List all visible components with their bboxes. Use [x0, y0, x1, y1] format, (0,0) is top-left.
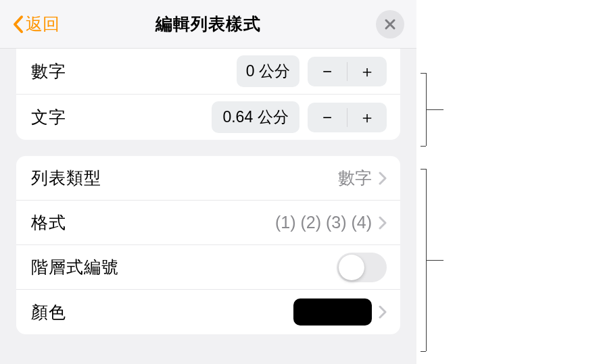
- panel-content: 數字 0 公分 − ＋ 文字 0.64 公分 − ＋ 列表類型: [0, 49, 416, 334]
- close-button[interactable]: [376, 10, 404, 38]
- text-indent-row: 文字 0.64 公分 − ＋: [16, 95, 400, 140]
- number-indent-stepper: − ＋: [308, 57, 387, 86]
- number-indent-label: 數字: [31, 60, 237, 82]
- toggle-knob: [339, 255, 364, 280]
- list-type-label: 列表類型: [31, 167, 338, 189]
- callout-leader: [426, 260, 444, 261]
- color-swatch: [293, 298, 372, 326]
- number-indent-value: 0 公分: [237, 55, 300, 87]
- panel-title: 編輯列表樣式: [155, 13, 261, 35]
- tiered-numbers-label: 階層式編號: [31, 256, 337, 278]
- list-type-value: 數字: [338, 167, 372, 189]
- text-indent-value: 0.64 公分: [212, 101, 300, 133]
- callout-tick: [421, 169, 426, 170]
- color-row[interactable]: 顏色: [16, 290, 400, 334]
- tiered-numbers-row: 階層式編號: [16, 245, 400, 290]
- text-indent-plus-button[interactable]: ＋: [348, 103, 387, 132]
- list-type-row[interactable]: 列表類型 數字: [16, 156, 400, 201]
- text-indent-stepper: − ＋: [308, 103, 387, 132]
- edit-list-style-panel: 返回 編輯列表樣式 數字 0 公分 − ＋ 文字 0.64 公分: [0, 0, 416, 364]
- chevron-right-icon: [379, 305, 387, 319]
- indent-group: 數字 0 公分 − ＋ 文字 0.64 公分 − ＋: [16, 49, 400, 140]
- chevron-right-icon: [379, 172, 387, 185]
- text-indent-label: 文字: [31, 106, 212, 128]
- format-label: 格式: [31, 211, 275, 234]
- number-indent-minus-button[interactable]: −: [308, 57, 347, 86]
- callout-leader: [426, 109, 444, 110]
- format-row[interactable]: 格式 (1) (2) (3) (4): [16, 201, 400, 245]
- number-indent-plus-button[interactable]: ＋: [348, 57, 387, 86]
- chevron-left-icon: [12, 15, 24, 34]
- chevron-right-icon: [379, 216, 387, 230]
- callout-tick: [421, 146, 426, 147]
- format-value: (1) (2) (3) (4): [275, 213, 372, 232]
- callout-tick: [421, 73, 426, 74]
- text-indent-minus-button[interactable]: −: [308, 103, 347, 132]
- back-label: 返回: [26, 13, 59, 35]
- panel-header: 返回 編輯列表樣式: [0, 0, 416, 49]
- color-label: 顏色: [31, 301, 293, 323]
- back-button[interactable]: 返回: [12, 13, 59, 35]
- close-icon: [384, 18, 396, 30]
- tiered-numbers-toggle[interactable]: [337, 253, 387, 282]
- callout-tick: [421, 351, 426, 352]
- number-indent-row: 數字 0 公分 − ＋: [16, 49, 400, 95]
- list-options-group: 列表類型 數字 格式 (1) (2) (3) (4) 階層式編號: [16, 156, 400, 334]
